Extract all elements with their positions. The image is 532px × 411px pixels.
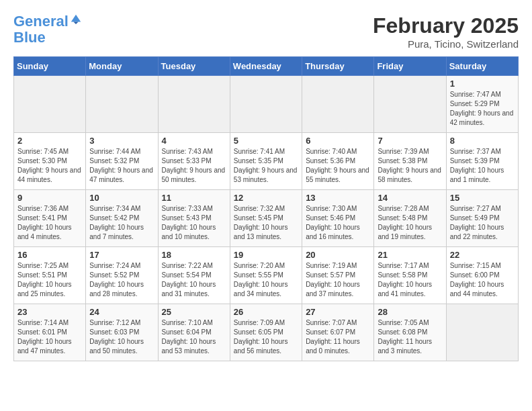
- day-number: 10: [89, 193, 154, 203]
- weekday-header-row: SundayMondayTuesdayWednesdayThursdayFrid…: [14, 57, 519, 76]
- calendar-day-cell: 28Sunrise: 7:05 AM Sunset: 6:08 PM Dayli…: [374, 304, 446, 361]
- day-number: 20: [306, 250, 370, 260]
- calendar-day-cell: 11Sunrise: 7:33 AM Sunset: 5:43 PM Dayli…: [158, 190, 230, 247]
- day-detail: Sunrise: 7:44 AM Sunset: 5:32 PM Dayligh…: [89, 147, 154, 185]
- calendar-day-cell: 20Sunrise: 7:19 AM Sunset: 5:57 PM Dayli…: [302, 247, 374, 304]
- day-number: 12: [234, 193, 298, 203]
- day-number: 18: [162, 250, 226, 260]
- day-detail: Sunrise: 7:34 AM Sunset: 5:42 PM Dayligh…: [89, 204, 154, 242]
- svg-marker-1: [73, 22, 78, 25]
- calendar-body: 1Sunrise: 7:47 AM Sunset: 5:29 PM Daylig…: [14, 76, 519, 361]
- weekday-cell: Wednesday: [230, 57, 302, 76]
- calendar-day-cell: 8Sunrise: 7:37 AM Sunset: 5:39 PM Daylig…: [446, 133, 518, 190]
- page-header: General Blue February 2025 Pura, Ticino,…: [13, 13, 519, 50]
- weekday-cell: Sunday: [14, 57, 86, 76]
- calendar-day-cell: 25Sunrise: 7:10 AM Sunset: 6:04 PM Dayli…: [158, 304, 230, 361]
- weekday-cell: Saturday: [446, 57, 518, 76]
- calendar-day-cell: 27Sunrise: 7:07 AM Sunset: 6:07 PM Dayli…: [302, 304, 374, 361]
- weekday-cell: Thursday: [302, 57, 374, 76]
- calendar-day-cell: 4Sunrise: 7:43 AM Sunset: 5:33 PM Daylig…: [158, 133, 230, 190]
- calendar-week-row: 1Sunrise: 7:47 AM Sunset: 5:29 PM Daylig…: [14, 76, 519, 133]
- calendar-day-cell: 12Sunrise: 7:32 AM Sunset: 5:45 PM Dayli…: [230, 190, 302, 247]
- day-number: 24: [89, 307, 154, 317]
- day-detail: Sunrise: 7:14 AM Sunset: 6:01 PM Dayligh…: [17, 318, 82, 356]
- calendar-day-cell: 24Sunrise: 7:12 AM Sunset: 6:03 PM Dayli…: [86, 304, 158, 361]
- calendar-table: SundayMondayTuesdayWednesdayThursdayFrid…: [13, 56, 519, 361]
- day-number: 23: [17, 307, 82, 317]
- svg-marker-0: [71, 15, 81, 22]
- day-number: 27: [306, 307, 370, 317]
- month-title: February 2025: [373, 13, 519, 38]
- calendar-day-cell: 5Sunrise: 7:41 AM Sunset: 5:35 PM Daylig…: [230, 133, 302, 190]
- day-detail: Sunrise: 7:41 AM Sunset: 5:35 PM Dayligh…: [234, 147, 298, 185]
- day-detail: Sunrise: 7:05 AM Sunset: 6:08 PM Dayligh…: [378, 318, 442, 356]
- location-subtitle: Pura, Ticino, Switzerland: [373, 38, 519, 50]
- day-number: 5: [234, 136, 298, 146]
- day-detail: Sunrise: 7:45 AM Sunset: 5:30 PM Dayligh…: [17, 147, 82, 185]
- day-number: 2: [17, 136, 82, 146]
- day-detail: Sunrise: 7:17 AM Sunset: 5:58 PM Dayligh…: [378, 261, 442, 299]
- day-detail: Sunrise: 7:22 AM Sunset: 5:54 PM Dayligh…: [162, 261, 226, 299]
- day-detail: Sunrise: 7:36 AM Sunset: 5:41 PM Dayligh…: [17, 204, 82, 242]
- day-number: 21: [378, 250, 442, 260]
- day-number: 9: [17, 193, 82, 203]
- calendar-week-row: 23Sunrise: 7:14 AM Sunset: 6:01 PM Dayli…: [14, 304, 519, 361]
- day-detail: Sunrise: 7:10 AM Sunset: 6:04 PM Dayligh…: [162, 318, 226, 356]
- day-detail: Sunrise: 7:37 AM Sunset: 5:39 PM Dayligh…: [450, 147, 515, 185]
- calendar-day-cell: 17Sunrise: 7:24 AM Sunset: 5:52 PM Dayli…: [86, 247, 158, 304]
- day-detail: Sunrise: 7:32 AM Sunset: 5:45 PM Dayligh…: [234, 204, 298, 242]
- calendar-day-cell: 9Sunrise: 7:36 AM Sunset: 5:41 PM Daylig…: [14, 190, 86, 247]
- calendar-day-cell: [230, 76, 302, 133]
- day-detail: Sunrise: 7:40 AM Sunset: 5:36 PM Dayligh…: [306, 147, 370, 185]
- day-number: 22: [450, 250, 515, 260]
- day-number: 26: [234, 307, 298, 317]
- day-detail: Sunrise: 7:15 AM Sunset: 6:00 PM Dayligh…: [450, 261, 515, 299]
- day-detail: Sunrise: 7:27 AM Sunset: 5:49 PM Dayligh…: [450, 204, 515, 242]
- calendar-day-cell: [86, 76, 158, 133]
- day-detail: Sunrise: 7:19 AM Sunset: 5:57 PM Dayligh…: [306, 261, 370, 299]
- calendar-day-cell: [446, 304, 518, 361]
- calendar-day-cell: [158, 76, 230, 133]
- calendar-day-cell: 16Sunrise: 7:25 AM Sunset: 5:51 PM Dayli…: [14, 247, 86, 304]
- calendar-day-cell: 1Sunrise: 7:47 AM Sunset: 5:29 PM Daylig…: [446, 76, 518, 133]
- day-detail: Sunrise: 7:12 AM Sunset: 6:03 PM Dayligh…: [89, 318, 154, 356]
- calendar-day-cell: 3Sunrise: 7:44 AM Sunset: 5:32 PM Daylig…: [86, 133, 158, 190]
- weekday-cell: Tuesday: [158, 57, 230, 76]
- logo-icon: [70, 13, 82, 25]
- day-number: 11: [162, 193, 226, 203]
- calendar-day-cell: 6Sunrise: 7:40 AM Sunset: 5:36 PM Daylig…: [302, 133, 374, 190]
- day-number: 1: [450, 79, 515, 89]
- weekday-cell: Monday: [86, 57, 158, 76]
- calendar-day-cell: 15Sunrise: 7:27 AM Sunset: 5:49 PM Dayli…: [446, 190, 518, 247]
- calendar-day-cell: 18Sunrise: 7:22 AM Sunset: 5:54 PM Dayli…: [158, 247, 230, 304]
- calendar-day-cell: 2Sunrise: 7:45 AM Sunset: 5:30 PM Daylig…: [14, 133, 86, 190]
- day-detail: Sunrise: 7:47 AM Sunset: 5:29 PM Dayligh…: [450, 90, 515, 128]
- day-detail: Sunrise: 7:30 AM Sunset: 5:46 PM Dayligh…: [306, 204, 370, 242]
- day-number: 17: [89, 250, 154, 260]
- calendar-day-cell: 7Sunrise: 7:39 AM Sunset: 5:38 PM Daylig…: [374, 133, 446, 190]
- day-detail: Sunrise: 7:25 AM Sunset: 5:51 PM Dayligh…: [17, 261, 82, 299]
- day-number: 6: [306, 136, 370, 146]
- calendar-week-row: 9Sunrise: 7:36 AM Sunset: 5:41 PM Daylig…: [14, 190, 519, 247]
- day-detail: Sunrise: 7:20 AM Sunset: 5:55 PM Dayligh…: [234, 261, 298, 299]
- day-number: 16: [17, 250, 82, 260]
- logo-text: General: [13, 13, 69, 30]
- day-detail: Sunrise: 7:39 AM Sunset: 5:38 PM Dayligh…: [378, 147, 442, 185]
- day-detail: Sunrise: 7:09 AM Sunset: 6:05 PM Dayligh…: [234, 318, 298, 356]
- day-detail: Sunrise: 7:43 AM Sunset: 5:33 PM Dayligh…: [162, 147, 226, 185]
- day-number: 25: [162, 307, 226, 317]
- calendar-day-cell: [302, 76, 374, 133]
- day-detail: Sunrise: 7:07 AM Sunset: 6:07 PM Dayligh…: [306, 318, 370, 356]
- calendar-day-cell: 22Sunrise: 7:15 AM Sunset: 6:00 PM Dayli…: [446, 247, 518, 304]
- calendar-day-cell: 10Sunrise: 7:34 AM Sunset: 5:42 PM Dayli…: [86, 190, 158, 247]
- weekday-cell: Friday: [374, 57, 446, 76]
- logo: General Blue: [13, 13, 82, 46]
- day-number: 28: [378, 307, 442, 317]
- day-number: 4: [162, 136, 226, 146]
- calendar-week-row: 16Sunrise: 7:25 AM Sunset: 5:51 PM Dayli…: [14, 247, 519, 304]
- calendar-day-cell: [374, 76, 446, 133]
- day-detail: Sunrise: 7:28 AM Sunset: 5:48 PM Dayligh…: [378, 204, 442, 242]
- day-number: 15: [450, 193, 515, 203]
- calendar-day-cell: 19Sunrise: 7:20 AM Sunset: 5:55 PM Dayli…: [230, 247, 302, 304]
- day-number: 19: [234, 250, 298, 260]
